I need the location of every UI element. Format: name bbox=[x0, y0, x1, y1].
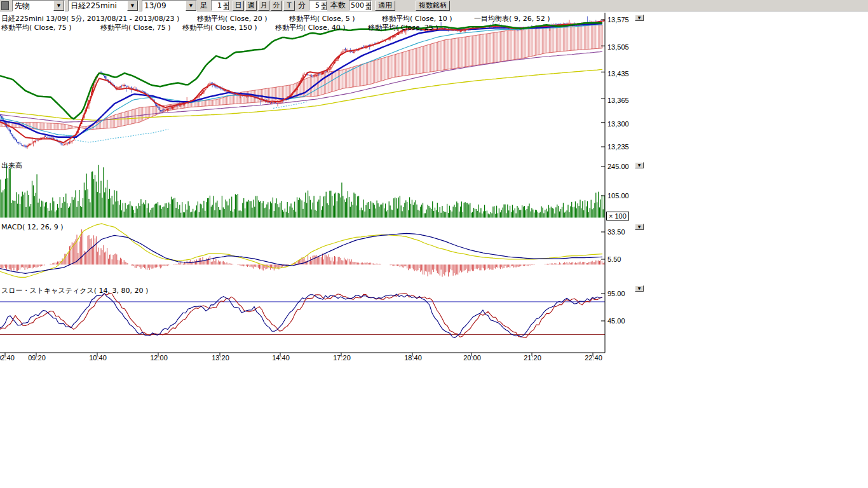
spin-up-icon[interactable]: ▲ bbox=[321, 1, 327, 6]
chevron-down-icon[interactable]: ▼ bbox=[53, 1, 64, 11]
macd-panel-label: MACD( 12, 26, 9 ) bbox=[1, 223, 64, 231]
spinner-arrows[interactable]: ▲ ▼ bbox=[321, 1, 327, 10]
multi-symbol-button[interactable]: 複数銘柄 bbox=[416, 1, 450, 11]
minute-value-input[interactable]: 5 ▲ ▼ bbox=[309, 0, 327, 11]
bar-interval-value: 1 bbox=[212, 1, 223, 10]
stoch-axis-label-0: 95.00 bbox=[607, 290, 625, 297]
legend-row2-item-4: 移動平均( Close, 25 ) bbox=[368, 23, 438, 32]
spin-up-icon[interactable]: ▲ bbox=[223, 1, 229, 6]
macd-axis-label-1: 5.50 bbox=[607, 255, 621, 263]
volume-multiplier-badge: × 100 bbox=[606, 212, 629, 220]
stoch-panel-label: スロー・ストキャスティクス( 14, 3, 80, 20 ) bbox=[1, 286, 148, 295]
period-button-3[interactable]: 分 bbox=[271, 1, 282, 11]
toolbar: 先物 ▼ 日経225mini ▼ 13/09 ▼ 足 1 ▲ ▼ 日週月分T 分… bbox=[0, 0, 868, 11]
price-axis-label-4: 13,300 bbox=[607, 120, 629, 128]
time-axis-label-4: 13:20 bbox=[210, 354, 231, 362]
panel-scale-button-stoch[interactable]: ▼ bbox=[635, 285, 644, 292]
time-axis-label-7: 18:40 bbox=[402, 354, 424, 362]
category-select-value: 先物 bbox=[13, 1, 53, 10]
time-axis-label-5: 14:40 bbox=[270, 354, 292, 362]
panel-scale-button-volume[interactable]: ▼ bbox=[635, 162, 644, 168]
legend-row1-item-0: 日経225mini 13/09( 5分, 2013/08/21 - 2013/0… bbox=[1, 14, 179, 24]
period-button-group: 日週月分T bbox=[233, 1, 295, 11]
apply-button[interactable]: 適用 bbox=[375, 1, 395, 11]
spin-down-icon[interactable]: ▼ bbox=[223, 6, 229, 10]
time-axis-label-10: 22:40 bbox=[583, 354, 604, 362]
time-axis-label-0: 02:40 bbox=[0, 354, 17, 362]
legend-row1-item-1: 移動平均( Close, 20 ) bbox=[197, 14, 268, 24]
period-button-1[interactable]: 週 bbox=[245, 1, 257, 11]
symbol-select-value: 日経225mini bbox=[69, 1, 127, 10]
minute-label: 分 bbox=[298, 0, 306, 11]
chevron-down-icon[interactable]: ▼ bbox=[127, 1, 138, 11]
stoch-axis-label-1: 45.00 bbox=[607, 317, 625, 325]
spin-down-icon[interactable]: ▼ bbox=[365, 6, 371, 10]
period-button-4[interactable]: T bbox=[283, 1, 295, 11]
time-axis-label-8: 20:00 bbox=[461, 354, 483, 362]
price-axis-label-0: 13,575 bbox=[607, 16, 629, 24]
price-axis-label-2: 13,435 bbox=[607, 70, 629, 78]
macd-axis-label-0: 33.50 bbox=[607, 228, 625, 236]
time-axis-label-6: 17:20 bbox=[331, 354, 353, 362]
legend-row1-item-3: 移動平均( Close, 10 ) bbox=[382, 14, 452, 24]
legend-row2-item-0: 移動平均( Close, 75 ) bbox=[1, 23, 72, 32]
legend-row1-item-2: 移動平均( Close, 5 ) bbox=[289, 14, 355, 24]
bar-count-label: 本数 bbox=[330, 0, 346, 11]
panel-scale-button-price[interactable]: ▼ bbox=[635, 15, 644, 21]
legend-row2-item-3: 移動平均( Close, 40 ) bbox=[275, 23, 346, 32]
legend-row2-item-1: 移動平均( Close, 75 ) bbox=[100, 23, 171, 32]
chevron-down-icon[interactable]: ▼ bbox=[186, 1, 196, 11]
legend-row1-item-4: 一目均衡表( 9, 26, 52 ) bbox=[474, 14, 550, 24]
spin-up-icon[interactable]: ▲ bbox=[365, 1, 371, 6]
time-axis-label-1: 09:20 bbox=[26, 354, 48, 362]
volume-panel-label: 出来高 bbox=[1, 161, 22, 170]
bar-count-input[interactable]: 500 ▲ ▼ bbox=[349, 0, 372, 11]
spinner-arrows[interactable]: ▲ ▼ bbox=[223, 1, 229, 10]
contract-select[interactable]: 13/09 ▼ bbox=[142, 0, 197, 11]
spin-down-icon[interactable]: ▼ bbox=[321, 6, 327, 10]
bar-interval-input[interactable]: 1 ▲ ▼ bbox=[211, 0, 229, 11]
period-button-2[interactable]: 月 bbox=[258, 1, 269, 11]
time-axis-label-2: 10:40 bbox=[87, 354, 109, 362]
contract-select-value: 13/09 bbox=[142, 1, 186, 10]
category-select[interactable]: 先物 ▼ bbox=[12, 0, 65, 11]
minute-value: 5 bbox=[309, 1, 321, 10]
time-axis-label-9: 21:20 bbox=[522, 354, 543, 362]
volume-axis-label-0: 245.00 bbox=[607, 163, 629, 170]
legend-row2-item-2: 移動平均( Close, 150 ) bbox=[182, 23, 257, 32]
bar-count-value: 500 bbox=[349, 1, 365, 10]
chart-canvas[interactable] bbox=[0, 11, 644, 361]
price-axis-label-1: 13,505 bbox=[607, 43, 629, 51]
price-axis-label-3: 13,365 bbox=[607, 97, 629, 104]
bar-type-label: 足 bbox=[200, 0, 208, 11]
volume-axis-label-1: 105.00 bbox=[607, 192, 629, 200]
window-grip-icon bbox=[1, 1, 9, 10]
symbol-select[interactable]: 日経225mini ▼ bbox=[68, 0, 139, 11]
panel-scale-button-macd[interactable]: ▼ bbox=[635, 224, 644, 230]
spinner-arrows[interactable]: ▲ ▼ bbox=[365, 1, 371, 10]
period-button-0[interactable]: 日 bbox=[233, 1, 244, 11]
price-axis-label-5: 13,235 bbox=[607, 143, 629, 151]
time-axis-label-3: 12:00 bbox=[148, 354, 170, 362]
